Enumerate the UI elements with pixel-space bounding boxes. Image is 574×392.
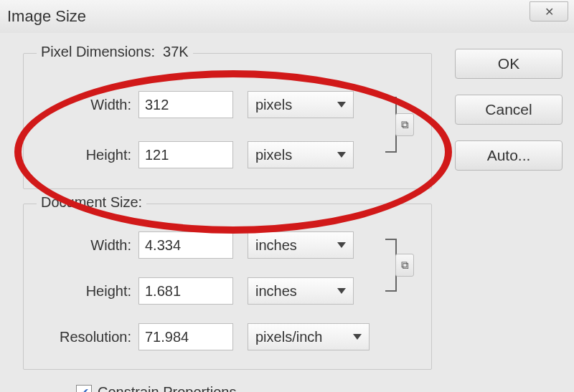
pixel-height-input[interactable]: [138, 141, 233, 168]
pixel-dimensions-legend-text: Pixel Dimensions:: [41, 44, 155, 59]
cancel-button[interactable]: Cancel: [455, 95, 563, 125]
doc-width-row: Width: inches: [24, 229, 431, 262]
pixel-dimensions-filesize: 37K: [163, 44, 189, 59]
pixel-height-row: Height: pixels: [24, 138, 431, 171]
ok-button-label: OK: [498, 55, 519, 72]
chevron-down-icon: [337, 102, 346, 107]
pixel-width-label: Width:: [24, 97, 138, 113]
link-icon[interactable]: ⧉: [395, 254, 414, 277]
document-size-group: Document Size: Width: inches Height: inc…: [23, 204, 432, 370]
close-button[interactable]: ✕: [530, 1, 568, 21]
link-icon[interactable]: ⧉: [395, 113, 414, 136]
doc-height-label: Height:: [24, 283, 138, 300]
doc-width-label: Width:: [24, 237, 138, 254]
constrain-proportions-row: ✔ Constrain Proportions: [76, 384, 236, 392]
chain-link-icon: ⧉: [401, 118, 409, 131]
doc-resolution-row: Resolution: pixels/inch: [24, 320, 431, 353]
document-size-legend: Document Size:: [37, 194, 146, 211]
cancel-button-label: Cancel: [485, 101, 532, 118]
doc-link-bracket: ⧉: [382, 236, 411, 295]
doc-resolution-label: Resolution:: [24, 329, 138, 345]
pixel-link-bracket: ⧉: [382, 94, 411, 156]
constrain-proportions-label: Constrain Proportions: [98, 384, 236, 392]
doc-height-input[interactable]: [138, 277, 233, 305]
chain-link-icon: ⧉: [401, 259, 409, 272]
doc-width-input[interactable]: [138, 231, 233, 259]
pixel-height-label: Height:: [24, 147, 138, 163]
checkmark-icon: ✔: [80, 386, 89, 392]
pixel-width-unit-select[interactable]: pixels: [248, 91, 354, 118]
pixel-dimensions-legend: Pixel Dimensions: 37K: [37, 44, 193, 60]
action-buttons: OK Cancel Auto...: [455, 49, 563, 186]
doc-resolution-unit-value: pixels/inch: [255, 329, 322, 345]
doc-width-unit-value: inches: [255, 237, 297, 254]
chevron-down-icon: [337, 242, 346, 248]
doc-width-unit-select[interactable]: inches: [248, 231, 354, 259]
chevron-down-icon: [337, 152, 346, 158]
close-icon: ✕: [545, 5, 554, 19]
pixel-width-unit-value: pixels: [255, 97, 292, 113]
chevron-down-icon: [353, 334, 362, 340]
doc-height-unit-select[interactable]: inches: [248, 277, 354, 305]
content-panel: Pixel Dimensions: 37K Width: pixels Heig…: [23, 53, 439, 392]
doc-height-unit-value: inches: [255, 283, 297, 300]
title-bar: Image Size ✕: [0, 0, 574, 34]
chevron-down-icon: [337, 288, 346, 294]
ok-button[interactable]: OK: [455, 49, 563, 79]
pixel-width-row: Width: pixels: [24, 88, 431, 121]
auto-button[interactable]: Auto...: [455, 140, 563, 171]
doc-height-row: Height: inches: [24, 274, 431, 307]
auto-button-label: Auto...: [487, 147, 531, 164]
window-title: Image Size: [7, 7, 86, 26]
constrain-proportions-checkbox[interactable]: ✔: [76, 385, 92, 393]
pixel-dimensions-group: Pixel Dimensions: 37K Width: pixels Heig…: [23, 53, 432, 189]
dialog-body: Pixel Dimensions: 37K Width: pixels Heig…: [0, 33, 574, 392]
doc-resolution-unit-select[interactable]: pixels/inch: [248, 323, 370, 350]
pixel-height-unit-select[interactable]: pixels: [248, 141, 354, 168]
pixel-height-unit-value: pixels: [255, 147, 292, 163]
pixel-width-input[interactable]: [138, 91, 233, 118]
doc-resolution-input[interactable]: [138, 323, 233, 350]
